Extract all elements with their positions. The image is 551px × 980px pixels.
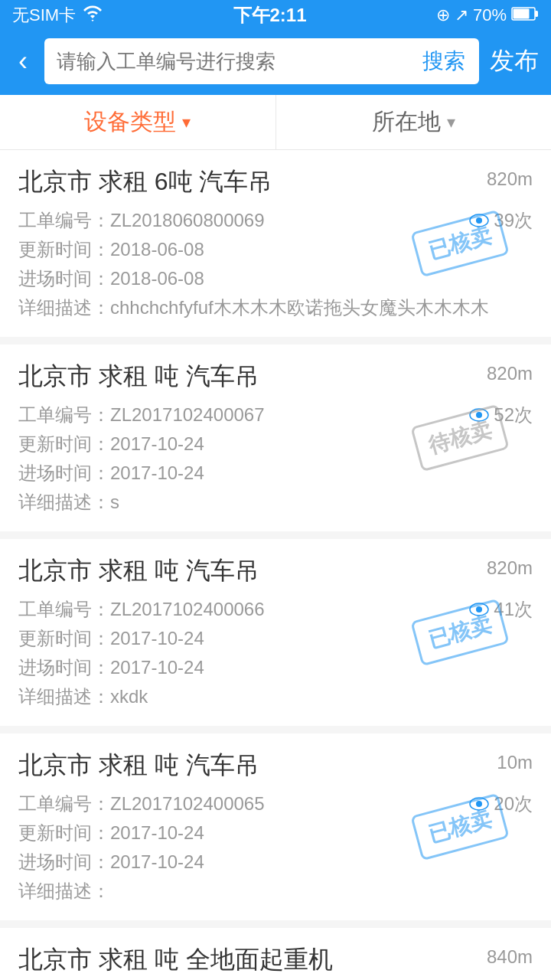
svg-point-4 [476,217,482,224]
list-item[interactable]: 北京市 求租 吨 汽车吊 820m 工单编号：ZL2017102400066 4… [0,539,551,726]
item-title: 北京市 求租 吨 汽车吊 [18,554,259,588]
search-button[interactable]: 搜索 [409,47,479,76]
item-title: 北京市 求租 吨 汽车吊 [18,360,259,394]
entry-time: 进场时间：2017-10-24 [18,655,204,680]
item-title: 北京市 求租 6吨 汽车吊 [18,165,272,199]
title-row: 北京市 求租 吨 汽车吊 10m [18,749,533,782]
description: 详细描述： [18,879,533,903]
order-row: 工单编号：ZL2017102400066 41次 [18,597,533,622]
back-button[interactable]: ‹ [12,42,34,80]
chevron-location-icon: ▾ [447,113,455,132]
order-no: 工单编号：ZL2018060800069 [18,208,265,233]
list-item[interactable]: 北京市 求租 6吨 汽车吊 820m 工单编号：ZL2018060800069 … [0,150,551,337]
list: 北京市 求租 6吨 汽车吊 820m 工单编号：ZL2018060800069 … [0,150,551,980]
update-time: 更新时间：2017-10-24 [18,626,204,651]
entry-row: 进场时间：2017-10-24 [18,461,533,485]
description: 详细描述：chhchchfyfuf木木木木欧诺拖头女魔头木木木木 [18,296,533,320]
update-row: 更新时间：2017-10-24 [18,821,533,845]
eye-icon [469,403,489,427]
list-item[interactable]: 北京市 求租 吨 汽车吊 820m 工单编号：ZL2017102400067 5… [0,345,551,531]
wifi-icon [82,5,103,26]
signal-icon: ↗ [455,5,468,25]
order-row: 工单编号：ZL2017102400065 20次 [18,792,533,816]
item-title: 北京市 求租 吨 汽车吊 [18,749,259,782]
eye-icon [469,598,489,622]
list-item[interactable]: 北京市 求租 吨 全地面起重机 840m [0,928,551,980]
update-time: 更新时间：2017-10-24 [18,821,204,845]
entry-row: 进场时间：2017-10-24 [18,655,533,680]
filter-location-label: 所在地 [372,106,441,138]
update-row: 更新时间：2017-10-24 [18,432,533,456]
update-row: 更新时间：2017-10-24 [18,626,533,651]
entry-row: 进场时间：2018-06-08 [18,266,533,291]
update-row: 更新时间：2018-06-08 [18,237,533,262]
order-no: 工单编号：ZL2017102400065 [18,792,265,816]
filter-bar: 设备类型 ▾ 所在地 ▾ [0,95,551,150]
order-no: 工单编号：ZL2017102400067 [18,403,265,427]
search-bar: 搜索 [44,38,479,84]
item-distance: 820m [487,363,533,384]
entry-time: 进场时间：2018-06-08 [18,266,204,291]
svg-point-10 [476,801,482,807]
eye-icon [469,792,489,816]
filter-type[interactable]: 设备类型 ▾ [0,95,276,149]
order-row: 工单编号：ZL2017102400067 52次 [18,403,533,427]
description: 详细描述：s [18,490,533,514]
svg-rect-1 [535,11,538,17]
battery-icon [511,5,539,25]
status-bar: 无SIM卡 下午2:11 ⊕ ↗ 70% [0,0,551,31]
title-row: 北京市 求租 吨 汽车吊 820m [18,360,533,394]
item-distance: 820m [487,557,533,579]
no-sim-label: 无SIM卡 [12,4,76,27]
filter-type-label: 设备类型 [84,106,176,138]
item-distance: 840m [487,946,533,968]
status-time: 下午2:11 [233,3,307,28]
order-row: 工单编号：ZL2018060800069 39次 [18,208,533,233]
update-time: 更新时间：2018-06-08 [18,237,204,262]
chevron-type-icon: ▾ [182,113,191,132]
entry-row: 进场时间：2017-10-24 [18,850,533,874]
entry-time: 进场时间：2017-10-24 [18,850,204,874]
view-count-label: 20次 [494,792,533,816]
entry-time: 进场时间：2017-10-24 [18,461,204,485]
status-left: 无SIM卡 [12,4,103,27]
title-row: 北京市 求租 吨 汽车吊 820m [18,554,533,588]
title-row: 北京市 求租 6吨 汽车吊 820m [18,165,533,199]
svg-point-6 [476,412,482,418]
header: ‹ 搜索 发布 [0,31,551,95]
svg-rect-2 [514,9,530,19]
view-count-label: 41次 [494,597,533,622]
update-time: 更新时间：2017-10-24 [18,432,204,456]
order-no: 工单编号：ZL2017102400066 [18,597,265,622]
status-right: ⊕ ↗ 70% [436,5,539,25]
view-count: 41次 [469,597,533,622]
publish-button[interactable]: 发布 [490,44,539,78]
view-count: 39次 [469,208,533,233]
eye-icon [469,209,489,233]
view-count: 20次 [469,792,533,816]
filter-location[interactable]: 所在地 ▾ [276,95,552,149]
svg-point-8 [476,606,482,612]
list-item[interactable]: 北京市 求租 吨 汽车吊 10m 工单编号：ZL2017102400065 20… [0,733,551,920]
item-title: 北京市 求租 吨 全地面起重机 [18,943,333,977]
item-distance: 820m [487,168,533,190]
battery-label: 70% [473,5,507,25]
title-row: 北京市 求租 吨 全地面起重机 840m [18,943,533,977]
item-distance: 10m [497,752,533,773]
view-count-label: 52次 [494,403,533,427]
description: 详细描述：xkdk [18,684,533,709]
lock-icon: ⊕ [436,5,450,25]
search-input[interactable] [44,50,409,74]
view-count-label: 39次 [494,208,533,233]
view-count: 52次 [469,403,533,427]
